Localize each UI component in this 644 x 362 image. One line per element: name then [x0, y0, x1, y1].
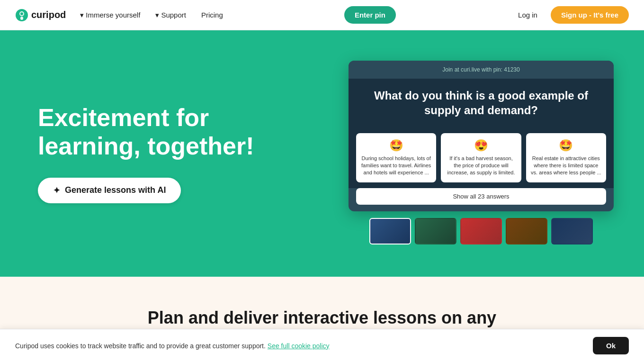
thumb-inner-1: [370, 219, 410, 244]
answer-emoji-1: 🤩: [361, 139, 431, 152]
lesson-thumbnails: [349, 211, 614, 246]
answer-text-1: During school holidays, lots of families…: [361, 155, 431, 177]
thumbnail-3[interactable]: [460, 218, 502, 244]
show-more-answers[interactable]: Show all 23 answers: [356, 188, 606, 205]
answer-card-1: 🤩 During school holidays, lots of famili…: [356, 133, 436, 182]
immerse-yourself-nav[interactable]: ▾ Immerse yourself: [73, 7, 147, 23]
thumb-inner-3: [461, 219, 501, 244]
hero-right: Join at curi.live with pin: 41230 What d…: [349, 61, 614, 246]
chevron-icon-support: ▾: [155, 11, 159, 19]
enter-pin-button[interactable]: Enter pin: [344, 6, 396, 24]
answer-text-2: If it's a bad harvest season, the price …: [446, 155, 516, 177]
lesson-answers-grid: 🤩 During school holidays, lots of famili…: [349, 126, 614, 188]
answer-card-2: 😍 If it's a bad harvest season, the pric…: [441, 133, 521, 182]
lesson-preview-card: Join at curi.live with pin: 41230 What d…: [349, 61, 614, 211]
sparkle-icon: ✦: [53, 185, 60, 196]
answer-card-3: 🤩 Real estate in attractive cities where…: [526, 133, 606, 182]
support-nav[interactable]: ▾ Support: [149, 7, 193, 23]
generate-lessons-button[interactable]: ✦ Generate lessons with AI: [38, 178, 181, 203]
cookie-banner: Curipod uses cookies to track website tr…: [0, 329, 644, 362]
thumb-inner-5: [552, 219, 592, 244]
nav-left: curipod ▾ Immerse yourself ▾ Support Pri…: [15, 7, 230, 23]
thumbnail-4[interactable]: [506, 218, 547, 244]
thumb-inner-2: [416, 219, 456, 244]
signup-button[interactable]: Sign up - It's free: [551, 6, 629, 24]
thumb-inner-4: [507, 219, 546, 244]
navbar: curipod ▾ Immerse yourself ▾ Support Pri…: [0, 0, 644, 30]
cookie-policy-link[interactable]: See full cookie policy: [268, 342, 330, 350]
cookie-text: Curipod uses cookies to track website tr…: [15, 342, 583, 350]
logo-text: curipod: [31, 9, 66, 20]
hero-left: Excitement for learning, together! ✦ Gen…: [38, 104, 254, 203]
thumbnail-2[interactable]: [415, 218, 456, 244]
hero-section: Excitement for learning, together! ✦ Gen…: [0, 30, 644, 277]
lesson-join-text: Join at curi.live with pin: 41230: [349, 61, 614, 79]
hero-title: Excitement for learning, together!: [38, 104, 254, 161]
cookie-ok-button[interactable]: Ok: [593, 337, 629, 354]
answer-text-3: Real estate in attractive cities where t…: [531, 155, 601, 177]
lesson-question-text: What do you think is a good example of s…: [360, 88, 602, 118]
lesson-question-area: What do you think is a good example of s…: [349, 79, 614, 125]
nav-right: Log in Sign up - It's free: [510, 6, 629, 24]
login-button[interactable]: Log in: [510, 7, 545, 23]
svg-point-2: [20, 12, 23, 15]
svg-rect-3: [20, 17, 23, 20]
pricing-nav[interactable]: Pricing: [195, 7, 230, 23]
logo-icon: [15, 9, 28, 22]
answer-emoji-2: 😍: [446, 139, 516, 152]
thumbnail-5[interactable]: [551, 218, 593, 244]
thumbnail-1[interactable]: [369, 218, 411, 244]
chevron-icon: ▾: [80, 11, 84, 19]
nav-links: ▾ Immerse yourself ▾ Support Pricing: [73, 7, 229, 23]
answer-emoji-3: 🤩: [531, 139, 601, 152]
logo-link[interactable]: curipod: [15, 9, 66, 22]
